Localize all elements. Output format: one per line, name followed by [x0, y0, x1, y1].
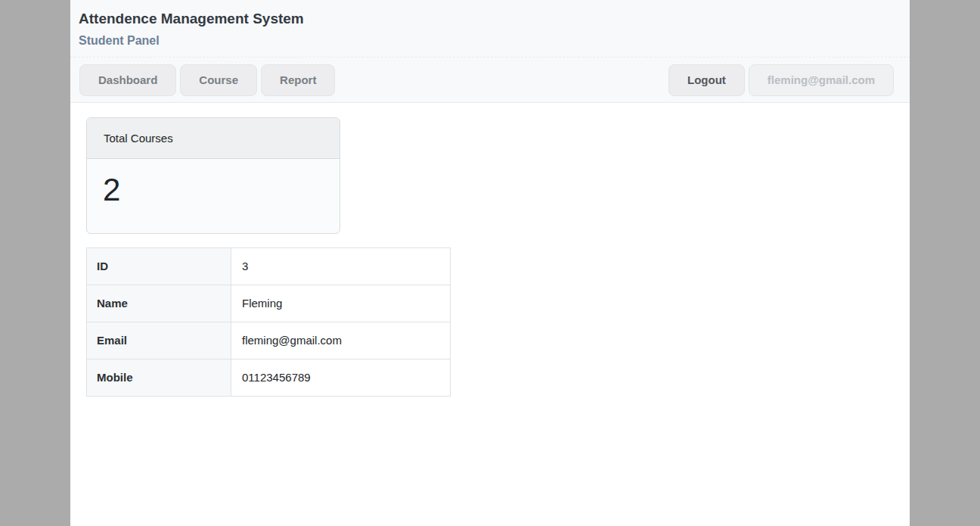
- nav-course-button[interactable]: Course: [180, 64, 257, 96]
- row-label: Mobile: [87, 359, 231, 397]
- nav-right-group: Logout fleming@gmail.com: [668, 64, 894, 96]
- total-courses-card-title: Total Courses: [87, 118, 340, 159]
- app-header: Attendence Management System Student Pan…: [70, 0, 910, 58]
- row-label: Name: [87, 285, 231, 322]
- attendance-app-window: Attendence Management System Student Pan…: [70, 0, 910, 526]
- row-value: 3: [231, 248, 451, 285]
- logout-button[interactable]: Logout: [668, 64, 745, 96]
- row-label: ID: [87, 248, 231, 285]
- nav-left-group: Dashboard Course Report: [79, 64, 335, 96]
- student-info-table-body: ID 3 Name Fleming Email fleming@gmail.co…: [87, 248, 451, 397]
- table-row-email: Email fleming@gmail.com: [87, 322, 451, 359]
- row-value: Fleming: [231, 285, 451, 322]
- total-courses-card: Total Courses 2: [86, 117, 340, 234]
- total-courses-value: 2: [87, 159, 340, 233]
- student-info-table: ID 3 Name Fleming Email fleming@gmail.co…: [86, 247, 451, 397]
- user-email-button[interactable]: fleming@gmail.com: [749, 64, 894, 96]
- nav-report-button[interactable]: Report: [261, 64, 335, 96]
- row-label: Email: [87, 322, 231, 359]
- table-row-name: Name Fleming: [87, 285, 451, 322]
- row-value: 01123456789: [231, 359, 451, 397]
- panel-subtitle: Student Panel: [79, 33, 901, 48]
- app-title: Attendence Management System: [79, 10, 901, 27]
- nav-dashboard-button[interactable]: Dashboard: [79, 64, 176, 96]
- table-row-id: ID 3: [87, 248, 451, 285]
- table-row-mobile: Mobile 01123456789: [87, 359, 451, 397]
- row-value: fleming@gmail.com: [231, 322, 451, 359]
- main-content: Total Courses 2 ID 3 Name Fleming Email …: [70, 103, 910, 526]
- main-nav: Dashboard Course Report Logout fleming@g…: [70, 58, 910, 103]
